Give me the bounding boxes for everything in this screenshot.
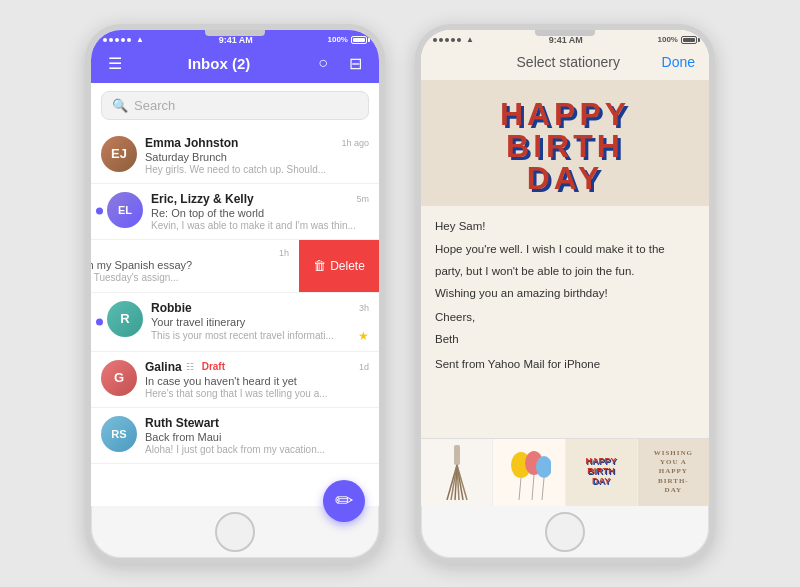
time-eric: 5m [356,194,369,204]
signal-dots-2 [433,38,461,42]
stationery-thumb-balloons[interactable] [493,439,565,506]
svg-line-12 [542,478,544,500]
phones-container: ▲ 9:41 AM 100% ☰ Inbox (2) ○ ⊟ [65,4,735,584]
star-icon[interactable]: ★ [358,329,369,343]
birthday-line2: BIRTH [506,130,624,162]
email-item-swiped[interactable]: K 1h p with my Spanish essay? e with Tue… [91,240,379,293]
subject-swiped: p with my Spanish essay? [91,259,289,271]
battery-fill-2 [683,38,695,42]
signal-dot-3 [115,38,119,42]
unread-dot-robbie [96,318,103,325]
phone-screen-stationery: ▲ 9:41 AM 100% Select stationery Done [421,30,709,506]
inbox-title: Inbox (2) [127,55,311,72]
signal-dots [103,38,131,42]
email-body-line1: Hope you're well. I wish I could make it… [435,241,695,259]
sender-eric: Eric, Lizzy & Kelly [151,192,254,206]
email-item-ruth[interactable]: RS Ruth Stewart Back from Maui Aloha! I … [91,408,379,464]
sender-robbie: Robbie [151,301,192,315]
delete-button[interactable]: 🗑 Delete [299,240,379,292]
time-swiped: 1h [279,248,289,258]
svg-line-11 [532,475,534,500]
stationery-thumb-wishes[interactable]: WISHINGYOU AHAPPYBIRTH-DAY [638,439,709,506]
email-item-galina[interactable]: G Galina ☷ Draft 1d In case you haven't … [91,352,379,408]
email-top-galina: Galina ☷ Draft 1d [145,360,369,374]
menu-icon[interactable]: ☰ [103,54,127,73]
wifi-icon: ▲ [136,35,144,44]
home-button[interactable] [215,512,255,552]
battery-icon-2 [681,36,697,44]
email-body-line2: party, but I won't be able to join the f… [435,263,695,281]
compose-fab-icon: ✏ [335,488,353,506]
swipe-content: K 1h p with my Spanish essay? e with Tue… [91,240,299,292]
email-list: EJ Emma Johnston 1h ago Saturday Brunch … [91,128,379,506]
signal-dot-5 [127,38,131,42]
email-body: HAPPY BIRTH DAY Hey Sam! Hope you're wel… [421,80,709,506]
inbox-header: ☰ Inbox (2) ○ ⊟ [91,48,379,83]
status-time-2: 9:41 AM [549,35,583,45]
stationery-title: Select stationery [517,54,621,70]
email-top-swiped: 1h [91,248,289,258]
birthday-line3: DAY [527,162,604,194]
profile-icon[interactable]: ○ [311,54,335,73]
svg-line-10 [519,478,521,500]
email-body-line3: Wishing you an amazing birthday! [435,285,695,303]
battery-fill [353,38,365,42]
status-bar-stationery: ▲ 9:41 AM 100% [421,30,709,48]
status-bar-inbox: ▲ 9:41 AM 100% [91,30,379,48]
home-button-2[interactable] [545,512,585,552]
birthday-banner: HAPPY BIRTH DAY [421,80,709,206]
email-item-emma[interactable]: EJ Emma Johnston 1h ago Saturday Brunch … [91,128,379,184]
stationery-thumb-tassel[interactable] [421,439,493,506]
preview-galina: Here's that song that I was telling you … [145,388,369,399]
email-top-emma: Emma Johnston 1h ago [145,136,369,150]
email-signature: Beth [435,331,695,349]
avatar-emma: EJ [101,136,137,172]
battery-icon [351,36,367,44]
hbd-text: HAPPYBIRTHDAY [586,457,617,487]
done-button[interactable]: Done [662,54,695,70]
preview-swiped: e with Tuesday's assign... [91,272,289,283]
email-content-ruth: Ruth Stewart Back from Maui Aloha! I jus… [145,416,369,455]
subject-emma: Saturday Brunch [145,151,369,163]
sender-emma: Emma Johnston [145,136,238,150]
search-bar[interactable]: 🔍 Search [101,91,369,120]
preview-emma: Hey girls. We need to catch up. Should..… [145,164,369,175]
tassel-svg [437,445,477,500]
time-galina: 1d [359,362,369,372]
subject-robbie: Your travel itinerary [151,316,369,328]
signal-dot2-4 [451,38,455,42]
email-text-body: Hey Sam! Hope you're well. I wish I coul… [421,206,709,438]
stationery-thumb-hbd[interactable]: HAPPYBIRTHDAY [566,439,638,506]
avatar-robbie: R [107,301,143,337]
battery-pct-2: 100% [658,35,678,44]
phone-stationery: ▲ 9:41 AM 100% Select stationery Done [415,24,715,564]
email-top-eric: Eric, Lizzy & Kelly 5m [151,192,369,206]
status-left-2: ▲ [433,35,474,44]
birthday-line1: HAPPY [500,98,630,130]
time-robbie: 3h [359,303,369,313]
signal-dot-2 [109,38,113,42]
sender-galina: Galina [145,360,182,374]
preview-ruth: Aloha! I just got back from my vacation.… [145,444,369,455]
delete-label: Delete [330,259,365,273]
email-signoff: Cheers, [435,309,695,327]
battery-pct: 100% [328,35,348,44]
draft-badge: Draft [202,361,225,372]
email-item-robbie[interactable]: R Robbie 3h Your travel itinerary This i… [91,293,379,352]
subject-eric: Re: On top of the world [151,207,369,219]
wifi-icon-2: ▲ [466,35,474,44]
inbox-icons: ○ ⊟ [311,54,367,73]
avatar-galina: G [101,360,137,396]
status-right-2: 100% [658,35,697,44]
email-content-robbie: Robbie 3h Your travel itinerary This is … [151,301,369,343]
email-content-emma: Emma Johnston 1h ago Saturday Brunch Hey… [145,136,369,175]
time-emma: 1h ago [341,138,369,148]
email-item-eric[interactable]: EL Eric, Lizzy & Kelly 5m Re: On top of … [91,184,379,240]
signal-dot2-1 [433,38,437,42]
status-time: 9:41 AM [219,35,253,45]
compose-icon[interactable]: ⊟ [343,54,367,73]
email-content-galina: Galina ☷ Draft 1d In case you haven't he… [145,360,369,399]
phone-screen-inbox: ▲ 9:41 AM 100% ☰ Inbox (2) ○ ⊟ [91,30,379,506]
signal-dot2-2 [439,38,443,42]
subject-galina: In case you haven't heard it yet [145,375,369,387]
